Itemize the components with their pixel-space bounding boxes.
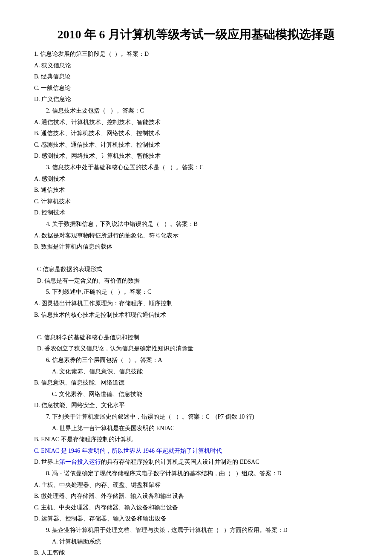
option-4d: D. 信息是有一定含义的、有价值的数据 bbox=[37, 278, 140, 284]
option-2b: B. 通信技术、计算机技术、网络技术、控制技术 bbox=[34, 128, 358, 139]
option-5b: B. 信息技术的核心技术是控制技术和现代通信技术 bbox=[34, 309, 358, 321]
option-1d: D. 广义信息论 bbox=[34, 94, 358, 105]
question-2: 2. 信息技术主要包括（ ）。答案：C bbox=[34, 105, 358, 117]
option-1b: B. 经典信息论 bbox=[34, 71, 358, 83]
option-6a: A. 文化素养、信息意识、信息技能 bbox=[34, 366, 358, 378]
option-1a: A. 狭义信息论 bbox=[34, 60, 358, 72]
option-7a: A. 世界上第一台计算机是在美国发明的 ENIAC bbox=[34, 423, 358, 434]
question-3: 3. 信息技术中处于基础和核心位置的技术是（ ）。答案：C bbox=[34, 162, 358, 173]
option-7c: C. ENIAC 是 1946 年发明的，所以世界从 1946 年起就开始了计算… bbox=[34, 445, 358, 457]
option-4b: B. 数据是计算机内信息的载体 bbox=[34, 241, 358, 253]
option-2c: C. 感测技术、通信技术、计算机技术、控制技术 bbox=[34, 139, 358, 151]
option-5a: A. 图灵提出计算机工作原理为：存储程序、顺序控制 bbox=[34, 298, 358, 309]
option-3c: C. 计算机技术 bbox=[34, 196, 358, 208]
option-2a: A. 通信技术、计算机技术、控制技术、智能技术 bbox=[34, 117, 358, 128]
question-1: 1. 信息论发展的第三阶段是（ ）。答案：D bbox=[34, 49, 358, 60]
option-8b: B. 微处理器、内存储器、外存储器、输入设备和输出设备 bbox=[34, 491, 358, 502]
question-9: 9. 某企业将计算机用于处理文档、管理与决策，这属于计算机在（ ）方面的应用。答… bbox=[34, 525, 358, 536]
question-6: 6. 信息素养的三个层面包括（ ）。答案：A bbox=[34, 355, 358, 366]
option-6d: D. 信息技能、网络安全、文化水平 bbox=[34, 400, 358, 411]
option-6b: B. 信息意识、信息技能、网络道德 bbox=[34, 377, 358, 389]
option-5cd-row: C. 信息科学的基础和核心是信息和控制 D. 香农创立了狭义信息论，认为信息是确… bbox=[34, 321, 358, 355]
option-4cd-row: C 信息是数据的表现形式 D. 信息是有一定含义的、有价值的数据 bbox=[34, 253, 358, 287]
option-6c: C. 文化素养、网络道德、信息技能 bbox=[34, 389, 358, 400]
option-8a: A. 主板、中央处理器、内存、硬盘、键盘和鼠标 bbox=[34, 480, 358, 491]
option-5c: C. 信息科学的基础和核心是信息和控制 bbox=[37, 332, 203, 344]
option-7b: B. ENIAC 不是存储程序控制的计算机 bbox=[34, 434, 358, 445]
document-title: 2010 年 6 月计算机等级考试一级应用基础模拟选择题 bbox=[34, 26, 358, 43]
question-5: 5. 下列叙述中,正确的是（ ）。答案：C bbox=[34, 286, 358, 298]
option-4c: C 信息是数据的表现形式 bbox=[37, 264, 203, 275]
option-2d: D. 感测技术、网络技术、计算机技术、智能技术 bbox=[34, 150, 358, 162]
option-7d: D. 世界上第一台投入运行的具有存储程序控制的计算机是英国人设计并制造的 EDS… bbox=[34, 457, 358, 468]
question-4: 4. 关于数据和信息，下列说法中错误的是（ ）。答案：B bbox=[34, 219, 358, 230]
option-8d: D. 运算器、控制器、存储器、输入设备和输出设备 bbox=[34, 513, 358, 525]
question-7: 7. 下列关于计算机发展史的叙述中，错误的是（ ）。答案：C (P7 倒数 10… bbox=[34, 411, 358, 423]
option-3a: A. 感测技术 bbox=[34, 173, 358, 185]
question-8: 8. 冯・诺依曼确定了现代存储程序式电子数字计算机的基本结构，由（ ）组成。答案… bbox=[34, 468, 358, 480]
option-3b: B. 通信技术 bbox=[34, 185, 358, 196]
option-1c: C. 一般信息论 bbox=[34, 83, 358, 94]
option-3d: D. 控制技术 bbox=[34, 207, 358, 219]
option-9a: A. 计算机辅助系统 bbox=[34, 536, 358, 548]
option-8c: C. 主机、中央处理器、内存储器、输入设备和输出设备 bbox=[34, 502, 358, 514]
option-4a: A. 数据是对客观事物特征所进行的抽象化、符号化表示 bbox=[34, 230, 358, 242]
option-9b: B. 人工智能 bbox=[34, 547, 358, 555]
option-5d: D. 香农创立了狭义信息论，认为信息是确定性知识的消除量 bbox=[37, 345, 193, 352]
